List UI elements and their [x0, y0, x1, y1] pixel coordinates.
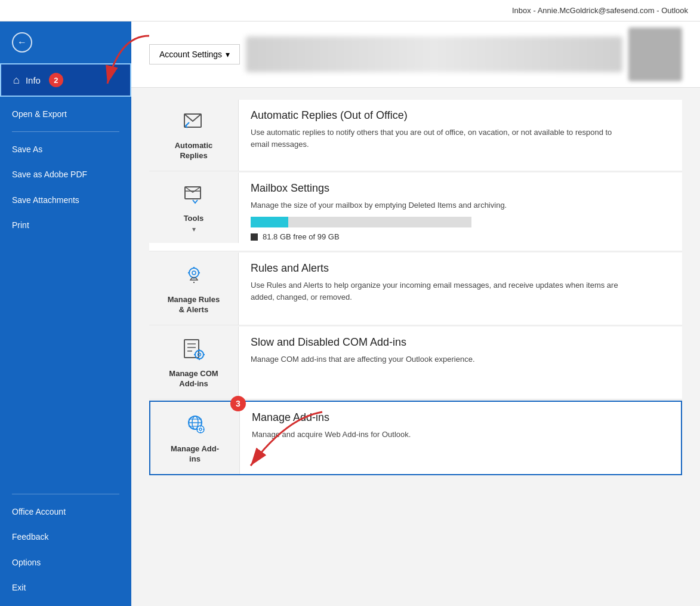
- manage-addins-icon: [183, 411, 208, 439]
- rules-alerts-title: Rules and Alerts: [251, 262, 670, 275]
- title-bar: Inbox - Annie.McGoldrick@safesend.com - …: [0, 0, 700, 21]
- storage-dot: [251, 233, 258, 241]
- mailbox-progress-container: 81.8 GB free of 99 GB: [251, 217, 670, 241]
- manage-addins-badge: 3: [230, 396, 246, 411]
- automatic-replies-label: AutomaticReplies: [175, 141, 213, 161]
- rules-alerts-description: Use Rules and Alerts to help organize yo…: [251, 279, 621, 303]
- rules-alerts-details: Rules and Alerts Use Rules and Alerts to…: [239, 253, 682, 312]
- automatic-replies-details: Automatic Replies (Out of Office) Use au…: [239, 100, 682, 159]
- sidebar-item-options[interactable]: Options: [0, 550, 131, 575]
- sidebar-item-office-account[interactable]: Office Account: [0, 499, 131, 524]
- manage-addins-details: Manage Add-ins Manage and acquire Web Ad…: [240, 402, 681, 450]
- account-settings-button[interactable]: Account Settings ▾: [149, 44, 240, 64]
- sidebar-bottom: Office Account Feedback Options Exit: [0, 489, 131, 606]
- content-header: Account Settings ▾: [131, 21, 700, 88]
- tools-icon: [182, 182, 206, 209]
- storage-text: 81.8 GB free of 99 GB: [263, 232, 340, 241]
- manage-com-label: Manage COMAdd-ins: [169, 369, 218, 389]
- sidebar-divider-2: [12, 494, 119, 494]
- sidebar-item-print[interactable]: Print: [0, 213, 131, 238]
- manage-rules-icon: [181, 262, 206, 290]
- manage-addins-title: Manage Add-ins: [252, 411, 669, 424]
- slow-disabled-description: Manage COM add-ins that are affecting yo…: [251, 353, 621, 365]
- tools-chevron: ▾: [192, 225, 196, 233]
- profile-picture: [628, 27, 682, 81]
- sidebar-item-info[interactable]: ⌂ Info 2: [0, 63, 131, 97]
- account-settings-label: Account Settings: [159, 50, 222, 59]
- automatic-replies-icon: [182, 109, 206, 136]
- blurred-account-info: [246, 36, 622, 72]
- storage-info: 81.8 GB free of 99 GB: [251, 232, 670, 241]
- account-settings-chevron: ▾: [226, 50, 230, 59]
- row-automatic-replies: AutomaticReplies Automatic Replies (Out …: [149, 100, 682, 171]
- back-icon[interactable]: ←: [12, 32, 32, 53]
- mailbox-settings-details: Mailbox Settings Manage the size of your…: [239, 173, 682, 251]
- sidebar-divider-1: [12, 131, 119, 132]
- manage-addins-description: Manage and acquire Web Add-ins for Outlo…: [252, 429, 622, 441]
- sidebar-item-feedback[interactable]: Feedback: [0, 524, 131, 549]
- icon-automatic-replies[interactable]: AutomaticReplies: [149, 100, 239, 171]
- progress-bar-bg: [251, 217, 471, 227]
- home-icon: ⌂: [13, 74, 20, 87]
- sidebar: ← ⌂ Info 2 Open & Export Save As Save as…: [0, 21, 131, 606]
- sidebar-item-save-attachments[interactable]: Save Attachments: [0, 187, 131, 213]
- sidebar-item-open-export[interactable]: Open & Export: [0, 101, 131, 127]
- content-items: AutomaticReplies Automatic Replies (Out …: [131, 88, 700, 488]
- icon-mailbox-settings[interactable]: Tools ▾: [149, 173, 239, 243]
- icon-manage-addins[interactable]: Manage Add-ins: [150, 402, 240, 474]
- slow-disabled-details: Slow and Disabled COM Add-ins Manage COM…: [239, 327, 682, 375]
- sidebar-item-exit[interactable]: Exit: [0, 575, 131, 600]
- sidebar-nav: Open & Export Save As Save as Adobe PDF …: [0, 97, 131, 242]
- progress-bar-fill: [251, 217, 288, 227]
- info-label: Info: [26, 75, 41, 85]
- slow-disabled-title: Slow and Disabled COM Add-ins: [251, 336, 670, 349]
- mailbox-settings-description: Manage the size of your mailbox by empty…: [251, 199, 621, 211]
- content-area: Account Settings ▾: [131, 21, 700, 606]
- row-manage-addins: Manage Add-ins 3 Manage Add-ins Manage a…: [149, 401, 682, 475]
- row-mailbox-settings: Tools ▾ Mailbox Settings Manage the size…: [149, 173, 682, 252]
- svg-point-4: [192, 271, 196, 275]
- tools-label: Tools: [184, 214, 204, 224]
- sidebar-back-button[interactable]: ←: [0, 21, 131, 63]
- icon-rules-alerts[interactable]: Manage Rules& Alerts: [149, 253, 239, 325]
- svg-point-3: [189, 268, 199, 278]
- manage-com-icon: [181, 336, 206, 364]
- sidebar-item-save-adobe-pdf[interactable]: Save as Adobe PDF: [0, 162, 131, 187]
- title-bar-text: Inbox - Annie.McGoldrick@safesend.com - …: [512, 6, 688, 15]
- info-badge: 2: [49, 73, 63, 87]
- mailbox-settings-title: Mailbox Settings: [251, 182, 670, 195]
- manage-addins-label: Manage Add-ins: [171, 444, 219, 465]
- row-rules-alerts: Manage Rules& Alerts Rules and Alerts Us…: [149, 253, 682, 325]
- automatic-replies-title: Automatic Replies (Out of Office): [251, 109, 670, 122]
- icon-manage-com[interactable]: Manage COMAdd-ins: [149, 327, 239, 399]
- sidebar-item-save-as[interactable]: Save As: [0, 137, 131, 162]
- automatic-replies-description: Use automatic replies to notify others t…: [251, 127, 621, 150]
- manage-rules-label: Manage Rules& Alerts: [168, 295, 220, 315]
- svg-rect-10: [184, 340, 199, 358]
- row-slow-disabled: Manage COMAdd-ins Slow and Disabled COM …: [149, 327, 682, 399]
